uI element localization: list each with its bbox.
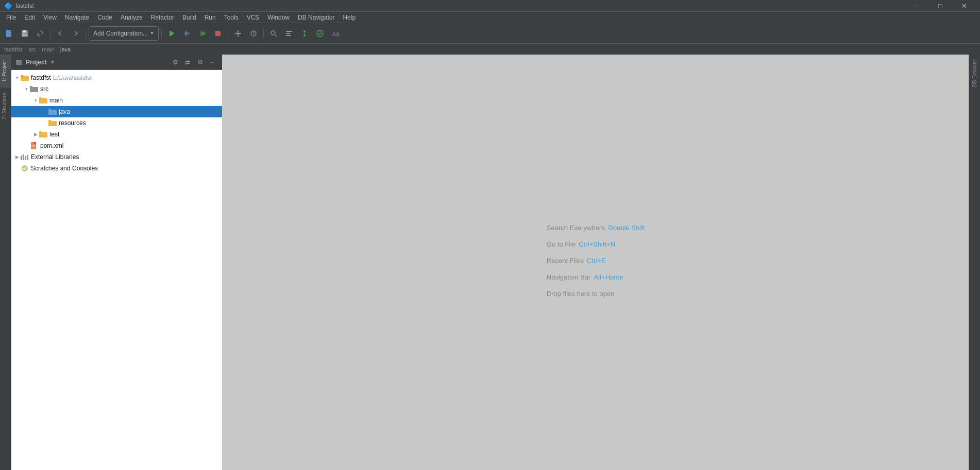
- main-layout: 1: Project 2: Structure Project ▼ ⚙ ⇄ ⚙ …: [0, 55, 980, 470]
- run-icon: [167, 29, 176, 38]
- tree-label-pom: pom.xml: [40, 142, 63, 149]
- toolbar-stop-btn[interactable]: [211, 26, 225, 41]
- breadcrumb-item-0[interactable]: fastdfst: [4, 46, 22, 53]
- menu-analyze[interactable]: Analyze: [116, 12, 147, 23]
- toolbar-search-btn[interactable]: [266, 26, 281, 41]
- search-icon: [269, 29, 278, 38]
- hint-search-label: Search Everywhere: [547, 221, 605, 235]
- project-folder-icon: [21, 74, 29, 82]
- svg-rect-1: [9, 30, 11, 32]
- toolbar-sep-4: [228, 28, 228, 39]
- toolbar-new-btn[interactable]: [2, 26, 16, 41]
- svg-text:XML: XML: [31, 145, 36, 147]
- maximize-button[interactable]: □: [928, 0, 952, 11]
- panel-action-settings-btn[interactable]: ⚙: [194, 57, 206, 68]
- tree-item-scratches[interactable]: Scratches and Consoles: [11, 163, 222, 174]
- menu-bar: File Edit View Navigate Code Analyze Ref…: [0, 11, 980, 23]
- menu-view[interactable]: View: [39, 12, 61, 23]
- menu-file[interactable]: File: [2, 12, 20, 23]
- tree-item-src[interactable]: ▾ src: [11, 83, 222, 95]
- toolbar-find-btn[interactable]: [282, 26, 296, 41]
- panel-action-gear-btn[interactable]: ⚙: [170, 57, 181, 68]
- toolbar-vcs-btn[interactable]: [297, 26, 312, 41]
- hint-drop-files: Drop files here to open: [547, 287, 645, 301]
- menu-help[interactable]: Help: [339, 12, 360, 23]
- tree-label-test: test: [49, 131, 59, 138]
- hint-goto-shortcut: Ctrl+Shift+N: [579, 238, 615, 251]
- svg-rect-19: [286, 33, 290, 34]
- vcs-icon: [300, 29, 309, 38]
- svg-rect-41: [39, 131, 42, 133]
- toolbar-rebuild-btn[interactable]: [246, 26, 261, 41]
- hint-goto-file: Go to File Ctrl+Shift+N: [547, 238, 645, 251]
- src-folder-icon: [30, 85, 38, 93]
- toolbar: Add Configuration... ▼: [0, 23, 980, 43]
- panel-action-scroll-btn[interactable]: ⇄: [182, 57, 193, 68]
- menu-run[interactable]: Run: [200, 12, 220, 23]
- menu-navigate[interactable]: Navigate: [61, 12, 93, 23]
- hint-nav-label: Navigation Bar: [547, 271, 590, 284]
- svg-rect-28: [16, 60, 19, 61]
- hint-recent-label: Recent Files: [547, 254, 584, 268]
- panel-header: Project ▼ ⚙ ⇄ ⚙ −: [11, 55, 222, 70]
- menu-vcs[interactable]: VCS: [243, 12, 264, 23]
- toolbar-run-with-coverage-btn[interactable]: [195, 26, 210, 41]
- coverage-icon: [198, 29, 207, 38]
- left-tab-project[interactable]: 1: Project: [0, 55, 11, 87]
- breadcrumb-sep-2: ›: [56, 46, 58, 53]
- toolbar-build-btn[interactable]: [231, 26, 245, 41]
- add-configuration-button[interactable]: Add Configuration... ▼: [89, 26, 159, 41]
- toolbar-translate-btn[interactable]: A あ: [328, 26, 343, 41]
- svg-rect-12: [215, 31, 221, 36]
- tree-label-java: java: [59, 108, 70, 115]
- menu-tools[interactable]: Tools: [220, 12, 243, 23]
- left-tab-structure[interactable]: 2: Structure: [0, 87, 11, 125]
- tree-item-external-libs[interactable]: ▶ External Libraries: [11, 151, 222, 163]
- menu-window[interactable]: Window: [263, 12, 294, 23]
- breadcrumb-item-2[interactable]: main: [42, 46, 54, 53]
- tree-label-scratches: Scratches and Consoles: [31, 165, 98, 172]
- breadcrumb-sep-1: ›: [38, 46, 40, 53]
- tree-item-java[interactable]: java: [11, 106, 222, 117]
- forward-icon: [72, 29, 80, 38]
- toolbar-forward-btn[interactable]: [69, 26, 83, 41]
- toolbar-run-btn[interactable]: [164, 26, 179, 41]
- translate-icon: A あ: [331, 29, 340, 38]
- tree-item-resources[interactable]: resources: [11, 117, 222, 129]
- hint-recent-shortcut: Ctrl+E: [587, 254, 605, 268]
- svg-rect-40: [39, 132, 47, 137]
- hint-navigation-bar: Navigation Bar Alt+Home: [547, 271, 645, 284]
- toolbar-back-btn[interactable]: [53, 26, 67, 41]
- svg-rect-18: [286, 31, 292, 32]
- tree-arrow-main: ▾: [32, 98, 39, 103]
- panel-minimize-btn[interactable]: −: [207, 57, 218, 68]
- menu-build[interactable]: Build: [178, 12, 200, 23]
- menu-refactor[interactable]: Refactor: [147, 12, 178, 23]
- tree-item-main[interactable]: ▾ main: [11, 95, 222, 106]
- svg-point-22: [303, 34, 306, 37]
- menu-db-navigator[interactable]: DB Navigator: [294, 12, 339, 23]
- toolbar-sep-5: [263, 28, 264, 39]
- close-button[interactable]: ✕: [952, 0, 976, 11]
- pom-xml-icon: XML: [30, 142, 38, 150]
- hint-search-shortcut: Double Shift: [608, 221, 645, 235]
- svg-rect-4: [22, 34, 27, 37]
- toolbar-sync-btn[interactable]: [33, 26, 47, 41]
- svg-rect-37: [48, 109, 51, 110]
- right-tab-db-browser[interactable]: DB Browser: [970, 55, 979, 92]
- tree-item-fastdfst[interactable]: ▾ fastdfst E:\Java\fastdfst: [11, 72, 222, 83]
- commit-icon: [316, 29, 324, 38]
- toolbar-save-btn[interactable]: [18, 26, 32, 41]
- back-icon: [56, 29, 64, 38]
- toolbar-debug-btn[interactable]: [180, 26, 194, 41]
- menu-edit[interactable]: Edit: [20, 12, 39, 23]
- panel-actions: ⚙ ⇄ ⚙ −: [170, 57, 218, 68]
- tree-item-test[interactable]: ▶ test: [11, 129, 222, 140]
- toolbar-checkmark-btn[interactable]: [313, 26, 327, 41]
- breadcrumb-item-1[interactable]: src: [28, 46, 36, 53]
- hint-nav-shortcut: Alt+Home: [594, 271, 623, 284]
- minimize-button[interactable]: −: [905, 0, 928, 11]
- menu-code[interactable]: Code: [93, 12, 116, 23]
- tree-item-pom[interactable]: XML pom.xml: [11, 140, 222, 151]
- breadcrumb-item-3[interactable]: java: [60, 46, 71, 53]
